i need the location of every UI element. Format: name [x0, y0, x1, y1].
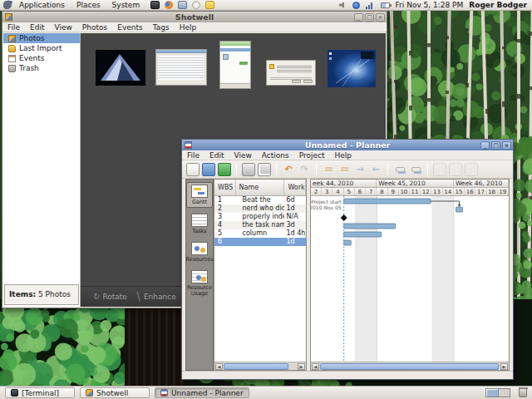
view-tab-resources[interactable]: Resources — [186, 240, 213, 264]
preview-icon[interactable] — [258, 163, 271, 176]
scrollbar-thumb[interactable] — [224, 363, 288, 370]
sidebar-item-trash[interactable]: Trash — [3, 63, 80, 73]
minimize-button[interactable]: _ — [480, 141, 490, 150]
menu-view[interactable]: View — [50, 23, 77, 32]
sidebar-item-last-import[interactable]: Last Import — [3, 43, 80, 53]
planner-titlebar[interactable]: Unnamed - Planner _ □ × — [182, 140, 513, 150]
link-icon[interactable] — [393, 163, 406, 176]
thumbnail-wide-dialog-screenshot[interactable] — [266, 60, 316, 86]
battery-icon[interactable] — [381, 2, 390, 8]
table-row[interactable]: 1Beat the6d — [214, 196, 306, 204]
sidebar-item-label: Photos — [19, 34, 44, 42]
column-header-name[interactable]: Name — [236, 180, 285, 195]
notes-launcher-icon[interactable] — [205, 1, 214, 9]
menu-edit[interactable]: Edit — [25, 23, 49, 32]
view-tab-gantt[interactable]: Gantt — [186, 182, 213, 208]
unindent-icon[interactable]: ← — [369, 163, 382, 176]
table-row[interactable]: 5column1d 4h — [214, 229, 306, 238]
maximize-button[interactable]: □ — [365, 13, 374, 22]
insert-resource-icon[interactable] — [433, 163, 446, 176]
close-button[interactable]: × — [376, 13, 385, 22]
sidebar-item-events[interactable]: Events — [3, 53, 80, 63]
unlink-icon[interactable] — [409, 163, 422, 176]
workspace-switcher[interactable] — [485, 388, 510, 397]
indent-icon[interactable]: → — [353, 163, 367, 176]
volume-icon[interactable] — [339, 2, 347, 9]
insert-task-icon[interactable] — [322, 163, 335, 176]
panel-user[interactable]: Roger Bodger — [469, 1, 529, 9]
print-icon[interactable] — [242, 163, 255, 176]
gnome-menu-icon[interactable] — [3, 1, 12, 9]
menu-help[interactable]: Help — [330, 151, 357, 160]
taskbar-button-terminal[interactable]: [Terminal] — [5, 387, 75, 398]
menu-file[interactable]: File — [182, 151, 204, 160]
sidebar-item-photos[interactable]: Photos — [3, 33, 80, 43]
toolbar-button-rotate[interactable]: ↻Rotate — [92, 293, 127, 301]
thumbnail-tall-dialog-screenshot[interactable] — [219, 41, 251, 89]
view-tab-resource-usage[interactable]: Resource Usage — [186, 268, 213, 298]
network-signal-icon[interactable] — [366, 2, 375, 9]
new-icon[interactable] — [186, 163, 200, 176]
redo-icon[interactable]: ↷ — [298, 163, 311, 176]
table-row[interactable]: 4the task name3d — [214, 221, 306, 229]
gantt-h-scrollbar[interactable]: ◀ ▶ — [311, 362, 509, 370]
planner-window: Unnamed - Planner _ □ × FileEditViewActi… — [181, 139, 514, 380]
panel-menu-system[interactable]: System — [106, 1, 146, 9]
cell-work: 3d — [284, 221, 306, 229]
workspace-1[interactable] — [486, 389, 498, 397]
scroll-left-arrow[interactable]: ◀ — [312, 363, 319, 370]
table-row[interactable]: 2nerd who did not1d — [214, 204, 306, 213]
gantt-chart[interactable]: Project start2010 Nov 05 — [311, 196, 509, 362]
menu-actions[interactable]: Actions — [257, 151, 294, 160]
save-icon[interactable] — [218, 163, 231, 176]
shotwell-status-bar: Items: 5 Photos — [4, 284, 79, 305]
column-header-work[interactable]: Work — [284, 180, 306, 195]
menu-tags[interactable]: Tags — [148, 23, 175, 32]
terminal-launcher-icon[interactable] — [150, 1, 160, 9]
table-row[interactable]: 3properly indentN/A — [214, 213, 306, 221]
gantt-bar — [456, 207, 463, 212]
maximize-button[interactable]: □ — [491, 141, 500, 150]
thumbnail-blue-wallpaper-screenshot[interactable] — [328, 50, 376, 87]
resource-usage-icon — [191, 270, 208, 283]
toolbar-button-enhance[interactable]: ╲Enhance — [135, 293, 176, 301]
open-icon[interactable] — [202, 163, 215, 176]
undo-icon[interactable]: ↶ — [282, 163, 295, 176]
menu-file[interactable]: File — [2, 23, 25, 32]
menu-photos[interactable]: Photos — [77, 23, 112, 32]
bluetooth-icon[interactable] — [352, 2, 360, 9]
close-button[interactable]: × — [502, 141, 511, 150]
shotwell-titlebar[interactable]: Shotwell _ □ × — [2, 12, 387, 22]
help-launcher-icon[interactable] — [192, 1, 200, 9]
day-header-cell: 2 — [311, 188, 322, 195]
column-header-wbs[interactable]: WBS — [214, 180, 236, 195]
thumbnail-list-window-screenshot[interactable] — [155, 49, 207, 86]
workspace-2[interactable] — [498, 389, 510, 397]
menu-view[interactable]: View — [229, 151, 257, 160]
edit-groups-icon[interactable] — [465, 163, 478, 176]
remove-task-icon[interactable] — [337, 163, 351, 176]
scroll-right-arrow[interactable]: ▶ — [298, 363, 305, 370]
remove-resource-icon[interactable] — [449, 163, 462, 176]
menu-project[interactable]: Project — [294, 151, 330, 160]
menu-events[interactable]: Events — [112, 23, 147, 32]
view-tab-tasks[interactable]: Tasks — [186, 212, 213, 236]
table-row[interactable]: 61d — [214, 238, 306, 246]
minimize-button[interactable]: _ — [354, 13, 363, 22]
taskbar-button-unnamed-planner[interactable]: Unnamed - Planner — [155, 387, 249, 398]
filemanager-launcher-icon[interactable] — [178, 1, 187, 9]
menu-edit[interactable]: Edit — [204, 151, 229, 160]
panel-clock[interactable]: Fri Nov 5, 1:28 PM — [396, 1, 464, 9]
desktop: ApplicationsPlacesSystem Fri Nov 5, 1:28… — [0, 0, 532, 399]
taskbar-button-shotwell[interactable]: Shotwell — [80, 387, 150, 398]
scroll-left-arrow[interactable]: ◀ — [215, 363, 223, 370]
scroll-right-arrow[interactable]: ▶ — [500, 363, 508, 370]
scrollbar-thumb[interactable] — [320, 363, 499, 370]
firefox-launcher-icon[interactable] — [165, 1, 173, 9]
menu-help[interactable]: Help — [175, 23, 202, 32]
panel-menu-places[interactable]: Places — [71, 1, 106, 9]
table-h-scrollbar[interactable]: ◀ ▶ — [214, 362, 306, 370]
thumbnail-dark-tent-photo[interactable] — [96, 50, 145, 86]
panel-menu-applications[interactable]: Applications — [13, 1, 71, 9]
trash-icon[interactable] — [519, 388, 527, 397]
